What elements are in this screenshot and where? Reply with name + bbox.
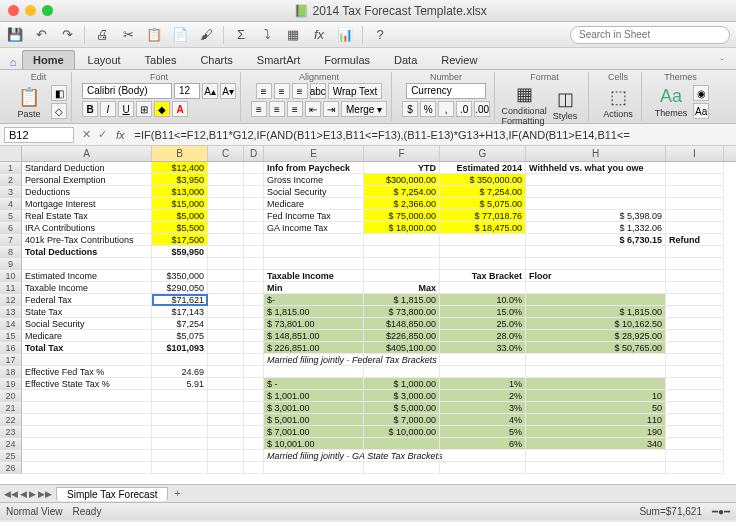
dec-dec-icon[interactable]: .00 [474,101,490,117]
cell-I10[interactable] [666,270,724,282]
cell-C17[interactable] [208,354,244,366]
cell-E7[interactable] [264,234,364,246]
ribbon-home-icon[interactable]: ⌂ [6,55,20,69]
cell-A4[interactable]: Mortgage Interest [22,198,152,210]
cell-F26[interactable] [364,462,440,474]
select-all-corner[interactable] [0,146,22,161]
row-header[interactable]: 11 [0,282,22,294]
filter-icon[interactable]: ▦ [284,26,302,44]
row-header[interactable]: 25 [0,450,22,462]
cell-A15[interactable]: Medicare [22,330,152,342]
cell-D11[interactable] [244,282,264,294]
cell-F17[interactable] [364,354,440,366]
theme-colors-icon[interactable]: ◉ [693,85,709,101]
cell-H24[interactable]: 340 [526,438,666,450]
cell-H16[interactable]: $ 50,765.00 [526,342,666,354]
indent-dec-icon[interactable]: ⇤ [305,101,321,117]
conditional-formatting-button[interactable]: ▦Conditional Formatting [505,83,543,126]
row-header[interactable]: 9 [0,258,22,270]
cell-C19[interactable] [208,378,244,390]
cell-E10[interactable]: Taxable Income [264,270,364,282]
cell-E12[interactable]: $- [264,294,364,306]
cell-D4[interactable] [244,198,264,210]
col-header[interactable]: B [152,146,208,161]
wrap-text-button[interactable]: Wrap Text [328,83,383,99]
cell-F9[interactable] [364,258,440,270]
align-left-icon[interactable]: ≡ [251,101,267,117]
cell-B15[interactable]: $5,075 [152,330,208,342]
cell-A8[interactable]: Total Deductions [22,246,152,258]
cell-H2[interactable] [526,174,666,186]
cell-G16[interactable]: 33.0% [440,342,526,354]
cell-C22[interactable] [208,414,244,426]
sheet-nav[interactable]: ◀◀◀▶▶▶ [0,489,56,499]
cell-E17[interactable]: Married filing jointly - Federal Tax Bra… [264,354,364,366]
cell-F20[interactable]: $ 3,000.00 [364,390,440,402]
cell-D19[interactable] [244,378,264,390]
cell-D16[interactable] [244,342,264,354]
cell-A21[interactable] [22,402,152,414]
cell-B26[interactable] [152,462,208,474]
row-header[interactable]: 7 [0,234,22,246]
cell-F5[interactable]: $ 75,000.00 [364,210,440,222]
percent-icon[interactable]: % [420,101,436,117]
comma-icon[interactable]: , [438,101,454,117]
fill-color-button[interactable]: ◆ [154,101,170,117]
fill-icon[interactable]: ◧ [51,85,67,101]
align-bot-icon[interactable]: ≡ [292,83,308,99]
cell-I14[interactable] [666,318,724,330]
view-mode[interactable]: Normal View [6,506,63,517]
cell-F15[interactable]: $226,850.00 [364,330,440,342]
chart-icon[interactable]: 📊 [336,26,354,44]
cell-B4[interactable]: $15,000 [152,198,208,210]
row-header[interactable]: 20 [0,390,22,402]
cell-E22[interactable]: $ 5,001.00 [264,414,364,426]
cell-I18[interactable] [666,366,724,378]
cell-B19[interactable]: 5.91 [152,378,208,390]
cell-B13[interactable]: $17,143 [152,306,208,318]
cell-C11[interactable] [208,282,244,294]
cell-C24[interactable] [208,438,244,450]
cell-H4[interactable] [526,198,666,210]
cell-A11[interactable]: Taxable Income [22,282,152,294]
cell-D21[interactable] [244,402,264,414]
cell-G25[interactable] [440,450,526,462]
cell-I25[interactable] [666,450,724,462]
cell-E5[interactable]: Fed Income Tax [264,210,364,222]
fx-icon[interactable]: fx [310,26,328,44]
cell-A22[interactable] [22,414,152,426]
themes-button[interactable]: AaThemes [652,86,690,118]
cell-E1[interactable]: Info from Paycheck [264,162,364,174]
cell-I8[interactable] [666,246,724,258]
cell-G13[interactable]: 15.0% [440,306,526,318]
cell-H25[interactable] [526,450,666,462]
cell-D9[interactable] [244,258,264,270]
search-box[interactable] [570,26,730,44]
cell-D8[interactable] [244,246,264,258]
col-header[interactable]: D [244,146,264,161]
merge-button[interactable]: Merge ▾ [341,101,387,117]
currency-icon[interactable]: $ [402,101,418,117]
cell-A18[interactable]: Effective Fed Tax % [22,366,152,378]
cell-D7[interactable] [244,234,264,246]
cell-D6[interactable] [244,222,264,234]
row-header[interactable]: 17 [0,354,22,366]
save-icon[interactable]: 💾 [6,26,24,44]
cell-B25[interactable] [152,450,208,462]
cell-B23[interactable] [152,426,208,438]
decrease-font-icon[interactable]: A▾ [220,83,236,99]
underline-button[interactable]: U [118,101,134,117]
scissors-icon[interactable]: ✂ [119,26,137,44]
cell-C25[interactable] [208,450,244,462]
cell-F3[interactable]: $ 7,254.00 [364,186,440,198]
theme-fonts-icon[interactable]: Aa [693,103,709,119]
cell-E9[interactable] [264,258,364,270]
cell-D1[interactable] [244,162,264,174]
cell-E8[interactable] [264,246,364,258]
orientation-icon[interactable]: abc [310,83,326,99]
cell-F18[interactable] [364,366,440,378]
cell-A20[interactable] [22,390,152,402]
cell-A1[interactable]: Standard Deduction [22,162,152,174]
cell-C16[interactable] [208,342,244,354]
cell-G24[interactable]: 6% [440,438,526,450]
